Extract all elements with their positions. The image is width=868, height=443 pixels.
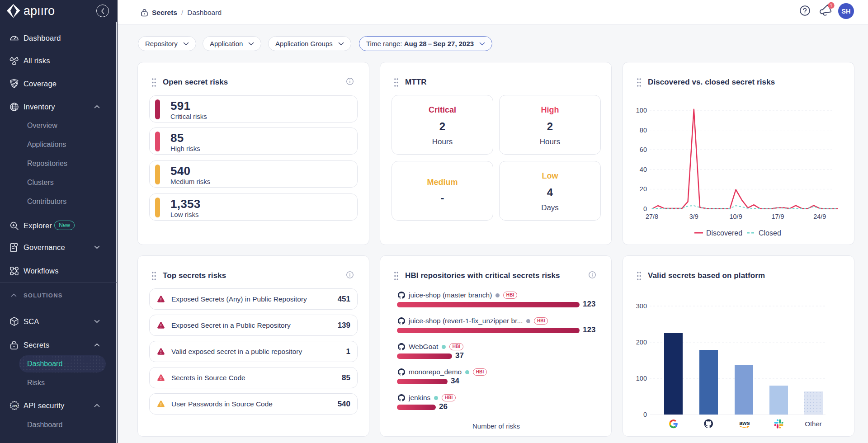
svg-text:200: 200 xyxy=(636,339,647,346)
svg-text:API: API xyxy=(12,404,17,407)
svg-text:0: 0 xyxy=(643,411,647,418)
svg-text:0: 0 xyxy=(643,205,647,212)
svg-text:3/9: 3/9 xyxy=(689,213,698,220)
svg-text:80: 80 xyxy=(640,127,647,134)
svg-text:Discovered: Discovered xyxy=(706,229,742,237)
svg-text:Other: Other xyxy=(805,420,822,428)
svg-text:20: 20 xyxy=(640,185,647,193)
svg-text:Closed: Closed xyxy=(759,229,781,237)
svg-text:60: 60 xyxy=(640,146,647,153)
svg-text:40: 40 xyxy=(640,166,647,173)
svg-text:10/9: 10/9 xyxy=(729,213,742,220)
svg-text:27/8: 27/8 xyxy=(646,213,658,220)
svg-text:300: 300 xyxy=(636,302,647,310)
svg-text:aws: aws xyxy=(739,420,750,426)
svg-text:100: 100 xyxy=(636,107,647,114)
svg-text:17/9: 17/9 xyxy=(771,213,784,220)
svg-text:1: 1 xyxy=(830,3,833,8)
svg-text:24/9: 24/9 xyxy=(813,213,826,220)
svg-text:100: 100 xyxy=(636,375,647,382)
